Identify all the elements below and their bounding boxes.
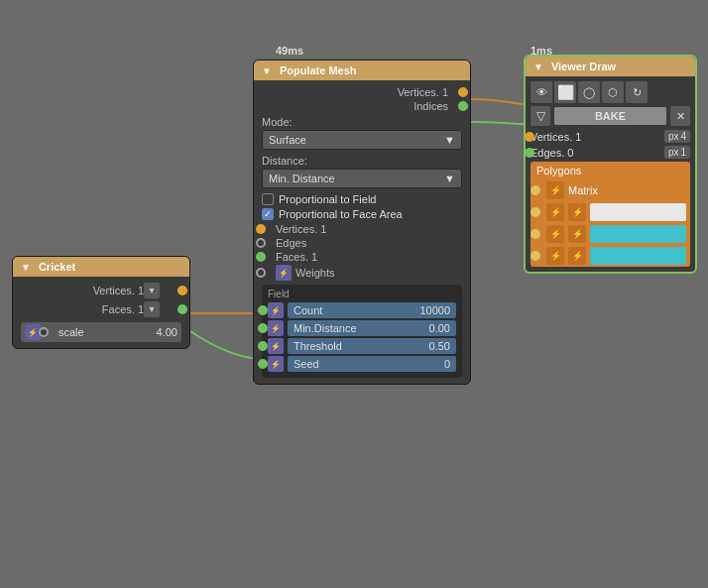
cricket-collapse[interactable]: ▼ xyxy=(21,262,31,273)
viewer-refresh-icon[interactable]: ↻ xyxy=(626,81,648,103)
weights-icon: ⚡ xyxy=(276,265,292,281)
input-vertices-label: Vertices. 1 xyxy=(276,223,326,235)
viewer-vertices-px[interactable]: px 4 xyxy=(664,130,690,143)
proportional-field-row[interactable]: Proportional to Field xyxy=(262,193,462,205)
viewer-row-2: ⚡ ⚡ xyxy=(531,223,690,245)
viewer-edges-socket xyxy=(525,148,534,158)
viewer-row2-icon2: ⚡ xyxy=(568,225,586,243)
viewer-hex-icon[interactable]: ⬡ xyxy=(602,81,624,103)
input-weights-label: Weights xyxy=(295,267,335,279)
distance-label: Distance: xyxy=(262,155,462,167)
viewer-vertices-value: 4 xyxy=(680,131,686,142)
viewer-edges-px[interactable]: px 1 xyxy=(664,146,690,159)
field-seed-row: ⚡ Seed 0 xyxy=(268,356,456,372)
field-threshold-socket xyxy=(258,341,268,351)
field-count-value: 10000 xyxy=(419,304,450,316)
viewer-row1-icon2: ⚡ xyxy=(568,203,586,221)
bake-clear-icon[interactable]: ✕ xyxy=(670,106,690,126)
cricket-faces-row: Faces. 1 ▼ xyxy=(21,301,181,317)
input-faces-label: Faces. 1 xyxy=(276,251,317,263)
cricket-vertices-toggle[interactable]: ▼ xyxy=(144,283,160,298)
viewer-matrix-label: Matrix xyxy=(568,184,598,196)
viewer-edges-value: 1 xyxy=(680,147,686,158)
viewer-matrix-row: ⚡ Matrix xyxy=(531,179,690,201)
distance-dropdown[interactable]: Min. Distance ▼ xyxy=(262,169,462,188)
field-count-bar[interactable]: Count 10000 xyxy=(288,302,456,318)
field-seed-bar[interactable]: Seed 0 xyxy=(288,356,456,372)
field-mindist-row: ⚡ Min.Distance 0.00 xyxy=(268,320,456,336)
viewer-icons-row: 👁 ⬜ ◯ ⬡ ↻ xyxy=(531,81,690,103)
field-count-row: ⚡ Count 10000 xyxy=(268,302,456,318)
bake-button[interactable]: BAKE xyxy=(554,107,666,125)
field-mindist-bar[interactable]: Min.Distance 0.00 xyxy=(288,320,456,336)
output-indices-row: Indices xyxy=(262,100,462,112)
input-faces-row: Faces. 1 xyxy=(262,251,462,263)
cricket-node: ▼ Cricket Vertices. 1 ▼ Faces. 1 ▼ ⚡ sca… xyxy=(12,256,190,349)
proportional-field-checkbox[interactable] xyxy=(262,193,274,205)
input-vertices-socket xyxy=(256,224,266,234)
populate-mesh-collapse[interactable]: ▼ xyxy=(262,65,272,76)
cricket-faces-label: Faces. 1 xyxy=(102,303,144,315)
viewer-edges-label: Edges. 0 xyxy=(531,147,573,159)
field-section: Field ⚡ Count 10000 ⚡ Min.Distance 0.00 xyxy=(262,285,462,378)
viewer-draw-title: Viewer Draw xyxy=(551,60,616,72)
cricket-faces-socket xyxy=(177,304,187,314)
viewer-draw-collapse[interactable]: ▼ xyxy=(533,61,543,72)
distance-value: Min. Distance xyxy=(269,173,335,184)
mode-value: Surface xyxy=(269,134,306,146)
input-edges-row: Edges xyxy=(262,237,462,249)
proportional-field-label: Proportional to Field xyxy=(279,193,376,205)
viewer-row3-icon2: ⚡ xyxy=(568,247,586,265)
mode-label: Mode: xyxy=(262,116,462,128)
viewer-row-3: ⚡ ⚡ xyxy=(531,245,690,267)
viewer-row2-icon: ⚡ xyxy=(546,225,564,243)
viewer-edges-row: Edges. 0 px 1 xyxy=(531,146,690,159)
proportional-face-checkbox[interactable] xyxy=(262,208,274,220)
field-threshold-bar[interactable]: Threshold 0.50 xyxy=(288,338,456,354)
cricket-scale-socket xyxy=(39,327,49,337)
cricket-vertices-row: Vertices. 1 ▼ xyxy=(21,283,181,298)
populate-time: 49ms xyxy=(276,45,303,57)
field-mindist-socket xyxy=(258,323,268,333)
viewer-cube-icon[interactable]: ⬜ xyxy=(554,81,576,103)
input-edges-socket xyxy=(256,238,266,248)
field-seed-name: Seed xyxy=(294,358,319,370)
mode-dropdown[interactable]: Surface ▼ xyxy=(262,130,462,150)
viewer-body: 👁 ⬜ ◯ ⬡ ↻ ▽ BAKE ✕ Vertices. 1 px 4 Edge… xyxy=(526,76,695,272)
viewer-row1-icon: ⚡ xyxy=(546,203,564,221)
viewer-vertices-unit: px xyxy=(668,131,679,142)
viewer-orange-block: Polygons ⚡ Matrix ⚡ ⚡ ⚡ ⚡ ⚡ xyxy=(531,162,690,267)
viewer-circle-icon[interactable]: ◯ xyxy=(578,81,600,103)
field-seed-icon: ⚡ xyxy=(268,356,284,372)
field-count-socket xyxy=(258,305,268,315)
cricket-vertices-label: Vertices. 1 xyxy=(93,285,144,296)
input-faces-socket xyxy=(256,252,266,262)
cricket-faces-toggle[interactable]: ▼ xyxy=(144,301,160,317)
field-mindist-icon: ⚡ xyxy=(268,320,284,336)
cricket-vertices-socket xyxy=(177,286,187,295)
viewer-row-1: ⚡ ⚡ xyxy=(531,201,690,223)
field-count-icon: ⚡ xyxy=(268,302,284,318)
input-vertices-row: Vertices. 1 xyxy=(262,223,462,235)
viewer-row1-bar xyxy=(590,203,686,221)
field-mindist-value: 0.00 xyxy=(429,322,450,334)
viewer-eye-icon[interactable]: 👁 xyxy=(531,81,552,103)
field-mindist-name: Min.Distance xyxy=(294,322,357,334)
mode-arrow: ▼ xyxy=(444,134,455,146)
proportional-face-row[interactable]: Proportional to Face Area xyxy=(262,208,462,220)
input-weights-socket xyxy=(256,268,266,278)
cricket-scale-label: scale xyxy=(59,326,84,338)
viewer-vertices-label: Vertices. 1 xyxy=(531,131,581,143)
viewer-polygons-icon: ⚡ xyxy=(546,181,564,199)
field-threshold-value: 0.50 xyxy=(429,340,450,352)
field-seed-value: 0 xyxy=(444,358,450,370)
field-threshold-name: Threshold xyxy=(294,340,342,352)
viewer-polygons-label: Polygons xyxy=(531,162,690,179)
field-title: Field xyxy=(268,289,456,299)
distance-arrow: ▼ xyxy=(444,173,455,184)
viewer-row1-socket xyxy=(531,207,540,217)
output-vertices-socket xyxy=(458,87,468,97)
viewer-row3-bar xyxy=(590,247,686,265)
populate-mesh-header: ▼ Populate Mesh xyxy=(254,60,470,80)
viewer-row2-socket xyxy=(531,229,540,239)
